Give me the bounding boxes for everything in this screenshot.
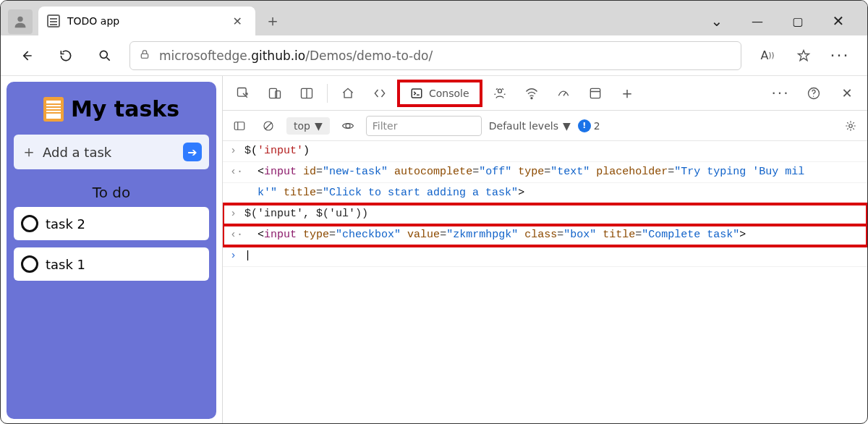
tab-favicon-icon [47, 14, 60, 27]
add-task-input[interactable]: ＋ Add a task ➔ [14, 135, 209, 169]
svg-point-9 [531, 97, 532, 98]
more-tabs-button[interactable]: ＋ [613, 79, 642, 108]
chevron-down-icon[interactable]: ⌄ [702, 12, 731, 30]
new-tab-button[interactable]: ＋ [255, 7, 290, 35]
console-code: k'" title="Click to start adding a task"… [244, 185, 524, 202]
console-code: $('input') [244, 143, 310, 160]
console-output-row: ‹· <input type="checkbox" value="zkmrmhp… [223, 225, 867, 246]
console-input-row: › $('input', $('ul')) [223, 204, 867, 225]
svg-point-8 [498, 89, 501, 93]
page-pane: My tasks ＋ Add a task ➔ To do task 2 tas… [1, 76, 222, 424]
filter-placeholder: Filter [373, 120, 398, 132]
sources-tab-icon[interactable] [485, 79, 514, 108]
console-output-row: k'" title="Click to start adding a task"… [223, 183, 867, 204]
devtools-more-icon[interactable]: ··· [766, 79, 795, 108]
console-toolbar: top▼ Filter Default levels▼ !2 [223, 111, 867, 141]
lock-icon [139, 48, 150, 62]
submit-task-button[interactable]: ➔ [183, 143, 202, 161]
console-tab[interactable]: Console [397, 80, 482, 107]
issues-count-icon: ! [578, 119, 591, 132]
console-input-row: › $('input') [223, 141, 867, 162]
welcome-tab-icon[interactable] [333, 79, 362, 108]
console-settings-icon[interactable] [840, 115, 861, 137]
console-cursor: | [244, 247, 251, 265]
profile-icon[interactable] [8, 9, 33, 34]
window-controls: ⌄ — ▢ ✕ [702, 12, 867, 35]
console-code: <input type="checkbox" value="zkmrmhpgk"… [244, 226, 746, 244]
content-row: My tasks ＋ Add a task ➔ To do task 2 tas… [1, 76, 867, 424]
favorite-button[interactable] [788, 41, 820, 70]
input-arrow-icon: › [230, 205, 244, 223]
app-title-text: My tasks [71, 96, 179, 122]
console-output-row: ‹· <input id="new-task" autocomplete="of… [223, 162, 867, 183]
todo-app: My tasks ＋ Add a task ➔ To do task 2 tas… [7, 82, 216, 419]
network-tab-icon[interactable] [517, 79, 546, 108]
elements-tab-icon[interactable] [365, 79, 394, 108]
input-arrow-icon: › [230, 247, 244, 265]
address-bar: microsoftedge.github.io/Demos/demo-to-do… [1, 35, 867, 76]
url-text: microsoftedge.github.io/Demos/demo-to-do… [159, 48, 433, 63]
svg-point-0 [17, 17, 22, 22]
more-button[interactable]: ··· [824, 41, 856, 70]
console-code: <input id="new-task" autocomplete="off" … [244, 164, 804, 181]
dock-side-icon[interactable] [292, 79, 321, 108]
input-arrow-icon: › [230, 143, 244, 160]
checkbox-icon[interactable] [21, 215, 38, 232]
tab-title: TODO app [67, 15, 119, 27]
window-titlebar: TODO app ✕ ＋ ⌄ — ▢ ✕ [1, 1, 867, 35]
reload-button[interactable] [51, 41, 80, 70]
task-item[interactable]: task 2 [14, 207, 209, 240]
context-selector[interactable]: top▼ [286, 117, 330, 135]
app-title: My tasks [14, 96, 209, 122]
performance-tab-icon[interactable] [549, 79, 578, 108]
svg-point-12 [813, 96, 814, 96]
search-button[interactable] [90, 41, 119, 70]
output-arrow-icon: ‹· [230, 226, 244, 244]
caret-down-icon: ▼ [315, 120, 323, 132]
console-body[interactable]: › $('input') ‹· <input id="new-task" aut… [223, 141, 867, 424]
devtools-tabstrip: Console ＋ ··· ✕ [223, 76, 867, 111]
svg-point-15 [346, 124, 350, 128]
tab-close-icon[interactable]: ✕ [230, 12, 245, 31]
live-expression-icon[interactable] [337, 115, 359, 137]
log-levels-selector[interactable]: Default levels▼ [489, 120, 571, 132]
devtools-pane: Console ＋ ··· ✕ top▼ Filter Default leve… [222, 76, 867, 424]
back-button[interactable] [12, 41, 41, 70]
svg-rect-7 [412, 89, 422, 98]
help-icon[interactable] [799, 79, 828, 108]
caret-down-icon: ▼ [563, 120, 571, 132]
svg-rect-13 [234, 122, 244, 130]
output-arrow-icon: ‹· [230, 164, 244, 181]
console-code: $('input', $('ul')) [244, 205, 368, 223]
maximize-button[interactable]: ▢ [783, 14, 812, 28]
add-task-placeholder: Add a task [43, 145, 111, 160]
devtools-close-icon[interactable]: ✕ [833, 79, 861, 108]
plus-icon: ＋ [21, 141, 37, 163]
clear-console-icon[interactable] [258, 115, 279, 137]
console-prompt-row[interactable]: › | [223, 246, 867, 267]
svg-point-1 [100, 51, 107, 58]
task-label: task 2 [46, 216, 85, 232]
minimize-button[interactable]: — [743, 14, 772, 28]
inspect-icon[interactable] [229, 79, 258, 108]
checkbox-icon[interactable] [21, 255, 38, 273]
clipboard-icon [43, 97, 64, 122]
close-window-button[interactable]: ✕ [824, 12, 853, 30]
task-item[interactable]: task 1 [14, 247, 209, 281]
svg-rect-10 [590, 88, 600, 98]
browser-tab[interactable]: TODO app ✕ [38, 7, 255, 35]
toggle-sidebar-icon[interactable] [229, 115, 250, 137]
issues-count: 2 [594, 120, 600, 132]
device-emulation-icon[interactable] [260, 79, 289, 108]
url-box[interactable]: microsoftedge.github.io/Demos/demo-to-do… [129, 41, 741, 70]
console-tab-label: Console [429, 88, 469, 99]
application-tab-icon[interactable] [581, 79, 610, 108]
filter-input[interactable]: Filter [366, 116, 482, 136]
svg-point-16 [849, 124, 853, 127]
task-label: task 1 [46, 257, 85, 272]
section-heading: To do [14, 184, 209, 201]
issues-badge[interactable]: !2 [578, 119, 600, 132]
svg-rect-2 [141, 54, 148, 58]
read-aloud-button[interactable]: A)) [752, 41, 783, 70]
